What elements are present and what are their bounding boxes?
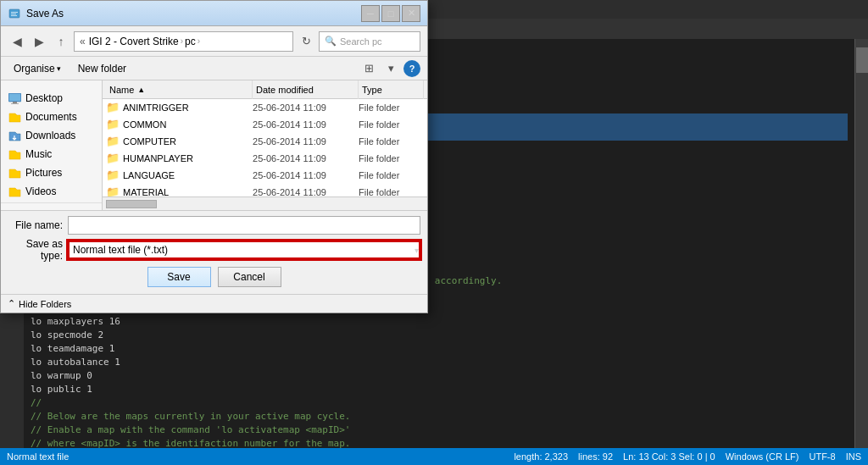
filename-row: File name: bbox=[8, 216, 420, 235]
savetype-label: Save as type: bbox=[8, 238, 63, 262]
filename-label: File name: bbox=[8, 219, 63, 231]
col-header-name[interactable]: Name ▲ bbox=[106, 80, 253, 99]
music-icon bbox=[8, 147, 21, 161]
address-bar[interactable]: « IGI 2 - Covert Strike › pc › bbox=[74, 31, 293, 52]
filename-input[interactable] bbox=[68, 216, 420, 235]
svg-rect-6 bbox=[13, 102, 17, 103]
sidebar-item-pictures[interactable]: Pictures bbox=[1, 163, 102, 182]
file-row-computer[interactable]: 📁COMPUTER 25-06-2014 11:09 File folder bbox=[103, 133, 427, 150]
close-button[interactable]: ✕ bbox=[402, 5, 420, 22]
breadcrumb-sep1: › bbox=[181, 36, 183, 46]
file-panel: Name ▲ Date modified Type 📁ANIM bbox=[103, 80, 427, 210]
dialog-toolbar: ◀ ▶ ↑ « IGI 2 - Covert Strike › pc › ↻ 🔍… bbox=[1, 26, 427, 57]
desktop-icon bbox=[8, 91, 21, 105]
sidebar-item-desktop[interactable]: Desktop bbox=[1, 89, 102, 108]
col-header-date[interactable]: Date modified bbox=[253, 80, 359, 99]
dialog-titlebar: Save As ─ □ ✕ bbox=[1, 1, 427, 26]
file-list: 📁ANIMTRIGGER 25-06-2014 11:09 File folde… bbox=[103, 99, 427, 197]
svg-rect-2 bbox=[11, 14, 16, 14]
minimize-button[interactable]: ─ bbox=[361, 5, 380, 22]
sidebar-label-videos: Videos bbox=[25, 185, 56, 197]
sidebar-label-documents: Documents bbox=[25, 111, 77, 123]
view-chevron-button[interactable]: ▾ bbox=[381, 59, 400, 78]
savetype-wrapper: Normal text file (*.txt) ▾ bbox=[68, 241, 420, 259]
sidebar-label-music: Music bbox=[25, 148, 52, 160]
address-breadcrumb: IGI 2 - Covert Strike › pc › bbox=[89, 36, 200, 47]
svg-rect-7 bbox=[11, 103, 19, 104]
pictures-icon bbox=[8, 166, 21, 180]
sidebar-item-videos[interactable]: Videos bbox=[1, 182, 102, 201]
sidebar-label-downloads: Downloads bbox=[25, 130, 75, 141]
svg-rect-5 bbox=[9, 94, 20, 101]
file-row-material[interactable]: 📁MATERIAL 25-06-2014 11:09 File folder bbox=[103, 184, 427, 197]
file-list-header: Name ▲ Date modified Type bbox=[103, 80, 427, 99]
refresh-button[interactable]: ↻ bbox=[297, 32, 315, 51]
sidebar-label-pictures: Pictures bbox=[25, 167, 62, 179]
dialog-icon bbox=[8, 7, 21, 20]
search-icon: 🔍 bbox=[325, 36, 337, 47]
search-box[interactable]: 🔍 Search pc bbox=[319, 31, 420, 52]
up-button[interactable]: ↑ bbox=[52, 32, 70, 51]
folder-icon: 📁 bbox=[106, 135, 120, 148]
back-button[interactable]: ◀ bbox=[8, 32, 26, 51]
hide-folders-icon: ⌃ bbox=[8, 298, 15, 309]
save-as-dialog: Save As ─ □ ✕ ◀ ▶ ↑ « IGI 2 - Covert Str… bbox=[0, 0, 428, 313]
horizontal-scrollbar[interactable] bbox=[103, 197, 427, 210]
cancel-button[interactable]: Cancel bbox=[218, 267, 281, 287]
maximize-button[interactable]: □ bbox=[381, 5, 400, 22]
sidebar-item-downloads[interactable]: Downloads bbox=[1, 126, 102, 145]
search-placeholder: Search pc bbox=[340, 36, 382, 47]
savetype-row: Save as type: Normal text file (*.txt) ▾ bbox=[8, 238, 420, 262]
dialog-buttons: Save Cancel bbox=[8, 267, 420, 287]
new-folder-button[interactable]: New folder bbox=[70, 60, 134, 77]
new-folder-label: New folder bbox=[78, 63, 126, 75]
videos-icon bbox=[8, 185, 21, 198]
folder-icon: 📁 bbox=[106, 152, 120, 165]
forward-button[interactable]: ▶ bbox=[30, 32, 48, 51]
hide-folders-bar[interactable]: ⌃ Hide Folders bbox=[1, 294, 427, 313]
breadcrumb-sep2: › bbox=[198, 36, 200, 46]
col-header-type[interactable]: Type bbox=[359, 80, 424, 99]
organise-button[interactable]: Organise ▾ bbox=[8, 60, 67, 77]
hide-folders-label: Hide Folders bbox=[19, 299, 71, 309]
downloads-icon bbox=[8, 129, 21, 142]
address-icon: « bbox=[80, 36, 86, 47]
folder-icon: 📁 bbox=[106, 101, 120, 114]
dialog-title: Save As bbox=[26, 8, 359, 19]
folder-icon: 📁 bbox=[106, 118, 120, 131]
dialog-content: Desktop Documents Downloads bbox=[1, 80, 427, 210]
breadcrumb-part3: pc bbox=[185, 36, 196, 47]
file-row-humanplayer[interactable]: 📁HUMANPLAYER 25-06-2014 11:09 File folde… bbox=[103, 150, 427, 167]
file-row-common[interactable]: 📁COMMON 25-06-2014 11:09 File folder bbox=[103, 116, 427, 133]
sidebar: Desktop Documents Downloads bbox=[1, 80, 103, 210]
sidebar-label-desktop: Desktop bbox=[25, 92, 63, 104]
organise-label: Organise bbox=[14, 63, 55, 75]
dialog-bottom: File name: Save as type: Normal text fil… bbox=[1, 210, 427, 294]
breadcrumb-part2: IGI 2 - Covert Strike bbox=[89, 36, 179, 47]
organise-bar: Organise ▾ New folder ⊞ ▾ ? bbox=[1, 57, 427, 80]
help-label: ? bbox=[409, 64, 415, 74]
documents-icon bbox=[8, 110, 21, 124]
sidebar-item-music[interactable]: Music bbox=[1, 145, 102, 163]
svg-rect-3 bbox=[11, 15, 17, 16]
sort-icon: ▲ bbox=[137, 86, 145, 94]
view-button[interactable]: ⊞ bbox=[359, 59, 378, 78]
save-button[interactable]: Save bbox=[147, 267, 211, 287]
file-row-language[interactable]: 📁LANGUAGE 25-06-2014 11:09 File folder bbox=[103, 167, 427, 184]
file-row-animtrigger[interactable]: 📁ANIMTRIGGER 25-06-2014 11:09 File folde… bbox=[103, 99, 427, 116]
sidebar-item-documents[interactable]: Documents bbox=[1, 108, 102, 126]
folder-icon: 📁 bbox=[106, 185, 120, 197]
help-button[interactable]: ? bbox=[403, 60, 420, 77]
savetype-select[interactable]: Normal text file (*.txt) bbox=[68, 241, 420, 259]
organise-chevron-icon: ▾ bbox=[57, 64, 61, 73]
dialog-overlay: Save As ─ □ ✕ ◀ ▶ ↑ « IGI 2 - Covert Str… bbox=[0, 0, 868, 465]
folder-icon: 📁 bbox=[106, 169, 120, 182]
svg-rect-1 bbox=[11, 12, 18, 13]
